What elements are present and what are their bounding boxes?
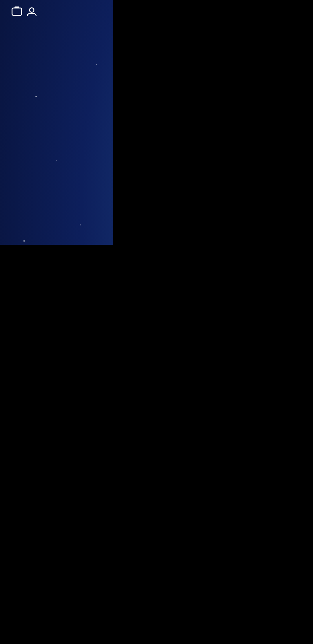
svg-rect-35 [14, 6, 19, 8]
status-left-icons [11, 6, 37, 17]
wallpaper [0, 0, 113, 245]
svg-point-10 [80, 224, 81, 225]
svg-point-5 [56, 160, 57, 161]
svg-point-36 [30, 7, 34, 12]
svg-point-0 [35, 96, 37, 97]
stars-decoration [0, 0, 113, 245]
svg-rect-34 [12, 8, 22, 15]
svg-point-1 [96, 64, 97, 65]
profile-icon [26, 6, 37, 17]
svg-point-9 [23, 240, 25, 242]
status-bar: 42% 12:08 AM [0, 0, 113, 23]
screenshot-icon [11, 6, 23, 16]
